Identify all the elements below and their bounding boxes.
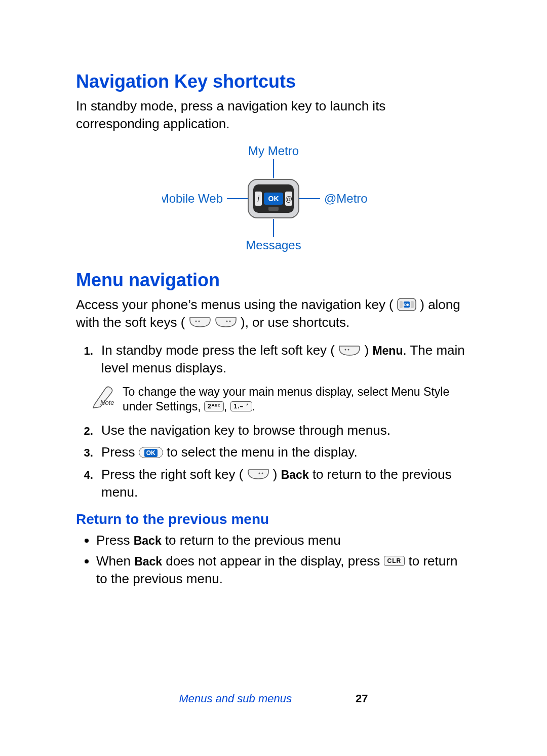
svg-point-19 [226,321,227,322]
svg-point-20 [229,321,230,322]
diagram-label-up: My Metro [248,144,299,158]
step-3: Press OK to select the menu in the displ… [96,443,471,461]
svg-text:@: @ [285,195,292,203]
diagram-label-down: Messages [246,238,301,252]
manual-page: Navigation Key shortcuts In standby mode… [0,0,547,756]
clr-key-icon: CLR [384,556,405,566]
heading-menu-navigation: Menu navigation [76,270,471,291]
footer-section-title: Menus and sub menus [179,692,292,705]
note-block: Note To change the way your main menus d… [91,385,471,415]
step-2: Use the navigation key to browse through… [96,422,471,439]
return-bullets: Press Back to return to the previous men… [76,532,471,588]
svg-point-22 [348,349,349,350]
paragraph-menu-intro: Access your phone’s menus using the navi… [76,296,471,331]
key-2abc-icon: 2ᴬᴮᶜ [204,401,224,411]
svg-point-18 [198,321,200,322]
paragraph-nav-intro: In standby mode, press a navigation key … [76,97,471,133]
svg-rect-14 [411,301,414,308]
footer-page-number: 27 [356,692,368,705]
left-softkey-icon [338,345,361,356]
step-4: Press the right soft key ( ) Back to ret… [96,466,471,501]
svg-point-24 [258,472,260,474]
diagram-ok-label: OK [268,195,279,203]
nav-key-icon: OK [397,298,416,311]
note-text: To change the way your main menus displa… [123,385,471,415]
note-icon: Note [91,385,115,409]
left-softkey-icon [189,317,211,328]
right-softkey-icon [247,469,269,480]
heading-return-previous: Return to the previous menu [76,511,471,527]
svg-point-25 [261,472,263,474]
svg-point-21 [345,349,346,350]
svg-point-17 [195,321,197,322]
svg-text:i: i [257,195,259,203]
list-item: When Back does not appear in the display… [96,552,471,588]
steps-list: In standby mode press the left soft key … [76,342,471,377]
svg-text:OK: OK [404,303,410,307]
diagram-label-left: Mobile Web [162,192,223,205]
steps-list-continued: Use the navigation key to browse through… [76,422,471,501]
svg-rect-11 [268,207,279,211]
key-1-icon: 1.– ʼ [230,401,252,411]
ok-key-icon: OK [139,447,163,458]
svg-rect-13 [400,301,403,308]
step-1: In standby mode press the left soft key … [96,342,471,377]
list-item: Press Back to return to the previous men… [96,532,471,549]
nav-key-diagram: My Metro Mobile Web @Metro Messages i @ … [76,143,471,254]
page-footer: Menus and sub menus 27 [0,692,547,705]
svg-text:Note: Note [100,399,114,406]
heading-navigation-key-shortcuts: Navigation Key shortcuts [76,71,471,92]
diagram-label-right: @Metro [324,192,368,205]
right-softkey-icon [215,317,237,328]
